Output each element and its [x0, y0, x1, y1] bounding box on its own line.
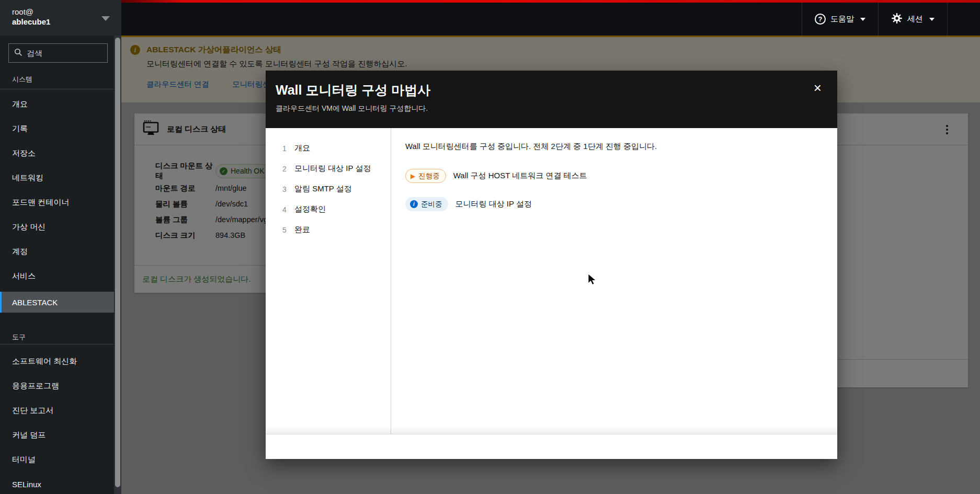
status-badge-label: 진행중	[418, 171, 440, 181]
step-number: 1	[282, 144, 290, 153]
nav-group-tools: 소프트웨어 최신화 응용프로그램 진단 보고서 커널 덤프 터미널 SELinu…	[0, 344, 114, 494]
modal-body: 1 개요 2 모니터링 대상 IP 설정 3 알림 SMTP 설정 4 설정확인…	[266, 128, 837, 434]
wizard-step-overview[interactable]: 1 개요	[266, 138, 391, 158]
nav-group-system: 개요 기록 저장소 네트워킹 포드맨 컨테이너 가상 머신 계정 서비스 ABL…	[0, 89, 114, 313]
search-icon	[14, 48, 22, 59]
modal-footer	[266, 434, 837, 459]
sidebar-scrollbar-thumb[interactable]	[115, 38, 120, 487]
sidebar: root@ ablecube1 시스템 개요 기록 저장소 네트워킹 포드맨 컨…	[0, 0, 121, 494]
chevron-down-icon	[101, 16, 110, 21]
step-label: 모니터링 대상 IP 설정	[294, 164, 371, 174]
scroll-shadow	[266, 427, 837, 434]
nav-section-system: 시스템	[0, 70, 114, 89]
task-label: 모니터링 대상 IP 설정	[455, 199, 532, 209]
sidebar-item-virtual-machines[interactable]: 가상 머신	[0, 215, 114, 239]
masthead-actions: ? 도움말	[802, 3, 948, 36]
mouse-cursor	[587, 273, 597, 288]
wizard-step-nav: 1 개요 2 모니터링 대상 IP 설정 3 알림 SMTP 설정 4 설정확인…	[266, 128, 391, 434]
wall-monitoring-wizard-modal: Wall 모니터링 구성 마법사 클라우드센터 VM에 Wall 모니터링 구성…	[266, 71, 837, 459]
step-label: 알림 SMTP 설정	[294, 184, 352, 194]
status-badge-label: 준비중	[421, 200, 442, 209]
nav-section-tools: 도구	[0, 330, 114, 344]
modal-title: Wall 모니터링 구성 마법사	[276, 82, 837, 98]
session-label: 세션	[907, 14, 923, 24]
step-number: 2	[282, 165, 290, 173]
sidebar-item-diagnostic-reports[interactable]: 진단 보고서	[0, 398, 114, 423]
step-label: 완료	[294, 225, 310, 235]
wizard-step-smtp[interactable]: 3 알림 SMTP 설정	[266, 179, 391, 199]
session-menu-button[interactable]: 세션	[878, 3, 948, 36]
step-label: 개요	[294, 143, 310, 153]
status-badge-pending: i 준비중	[405, 197, 448, 211]
sidebar-item-kernel-dump[interactable]: 커널 덤프	[0, 423, 114, 447]
chevron-down-icon	[929, 18, 935, 21]
close-icon[interactable]: ×	[814, 81, 822, 95]
sidebar-item-selinux[interactable]: SELinux	[0, 472, 114, 494]
wizard-step-done[interactable]: 5 완료	[266, 220, 391, 240]
sidebar-nav: 시스템 개요 기록 저장소 네트워킹 포드맨 컨테이너 가상 머신 계정 서비스…	[0, 70, 114, 494]
play-icon: ▶	[411, 173, 415, 179]
sidebar-item-overview[interactable]: 개요	[0, 92, 114, 117]
nav-spacer	[0, 313, 114, 330]
sidebar-item-logs[interactable]: 기록	[0, 117, 114, 141]
wizard-step-target-ip[interactable]: 2 모니터링 대상 IP 설정	[266, 158, 391, 179]
brand-user: root@	[12, 7, 121, 17]
info-circle-icon: i	[410, 200, 418, 208]
sidebar-item-software-updates[interactable]: 소프트웨어 최신화	[0, 349, 114, 374]
wizard-progress-text: Wall 모니터링센터를 구성 중입니다. 전체 2단계 중 1단계 진행 중입…	[405, 142, 822, 152]
sidebar-item-storage[interactable]: 저장소	[0, 141, 114, 166]
task-label: Wall 구성 HOST 네트워크 연결 테스트	[453, 171, 587, 181]
step-number: 5	[282, 226, 290, 234]
status-badge-running: ▶ 진행중	[405, 169, 446, 183]
sidebar-item-networking[interactable]: 네트워킹	[0, 166, 114, 190]
step-label: 설정확인	[294, 204, 326, 214]
modal-subtitle: 클라우드센터 VM에 Wall 모니터링 구성합니다.	[276, 104, 837, 113]
host-switcher[interactable]: root@ ablecube1	[0, 0, 121, 36]
sidebar-item-services[interactable]: 서비스	[0, 264, 114, 289]
sidebar-item-ablestack[interactable]: ABLESTACK	[0, 292, 114, 313]
chevron-down-icon	[860, 18, 865, 21]
task-row-target-ip: i 준비중 모니터링 대상 IP 설정	[405, 197, 822, 211]
gear-icon	[891, 13, 903, 26]
sidebar-item-applications[interactable]: 응용프로그램	[0, 374, 114, 398]
wizard-step-confirm[interactable]: 4 설정확인	[266, 199, 391, 220]
sidebar-item-accounts[interactable]: 계정	[0, 239, 114, 264]
help-label: 도움말	[830, 14, 854, 24]
question-circle-icon: ?	[815, 14, 826, 25]
step-number: 4	[282, 205, 290, 214]
modal-header: Wall 모니터링 구성 마법사 클라우드센터 VM에 Wall 모니터링 구성…	[266, 71, 837, 128]
search-input[interactable]	[27, 49, 89, 58]
masthead: ? 도움말	[121, 0, 980, 36]
sidebar-scrollbar-track[interactable]	[114, 36, 121, 494]
sidebar-item-terminal[interactable]: 터미널	[0, 447, 114, 472]
sidebar-search[interactable]	[8, 43, 108, 63]
ablestack-cockpit-screen: root@ ablecube1 시스템 개요 기록 저장소 네트워킹 포드맨 컨…	[0, 0, 980, 494]
task-row-network-test: ▶ 진행중 Wall 구성 HOST 네트워크 연결 테스트	[405, 169, 822, 183]
help-menu-button[interactable]: ? 도움말	[802, 3, 878, 36]
wizard-content: Wall 모니터링센터를 구성 중입니다. 전체 2단계 중 1단계 진행 중입…	[391, 128, 837, 434]
sidebar-item-podman[interactable]: 포드맨 컨테이너	[0, 190, 114, 215]
step-number: 3	[282, 185, 290, 193]
